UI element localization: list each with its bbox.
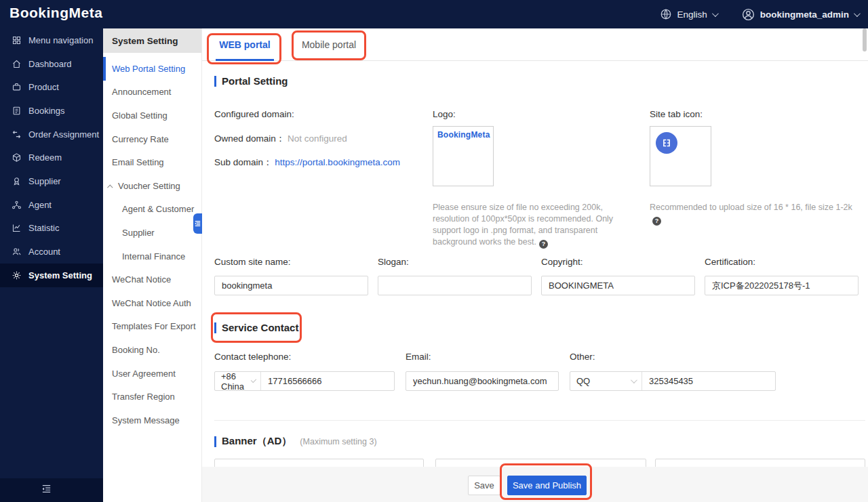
slogan-input[interactable] [378,276,532,295]
submenu-item-internal-finance[interactable]: Internal Finance [103,245,201,268]
chevron-down-icon [631,377,637,383]
other-value-input[interactable] [642,372,775,390]
telephone-group: +86 China [214,371,395,391]
section-accent-bar [214,322,216,333]
email-input[interactable] [406,371,559,391]
sidebar-item-supplier[interactable]: Supplier [0,169,103,193]
sidebar-item-menu-navigation[interactable]: Menu navigation [0,28,103,52]
username-menu[interactable]: bookingmeta_admin [760,9,849,20]
telephone-input[interactable] [261,372,394,390]
logo-preview: BookingMeta [437,130,490,140]
submenu-item-transfer-region[interactable]: Transfer Region [103,385,201,409]
site-tab-icon-upload-box[interactable] [650,126,711,186]
tab-mobile-portal[interactable]: Mobile portal [295,28,363,60]
submenu-item-wechat-notice[interactable]: WeChat Notice [103,268,201,291]
contact-telephone-label: Contact telephone: [214,352,291,362]
save-button[interactable]: Save [468,476,500,495]
app-root: BookingMeta English bookingmeta_admin Me… [0,0,868,502]
gear-icon [11,270,22,280]
sidebar-item-redeem[interactable]: Redeem [0,146,103,169]
submenu-item-currency-rate[interactable]: Currency Rate [103,127,201,151]
owned-domain-row: Owned domain： Not configured [214,133,347,145]
submenu-item-system-message[interactable]: System Message [103,409,201,432]
tab-web-portal[interactable]: WEB portal [216,28,274,60]
active-tab-underline [216,59,274,61]
sidebar-item-label: Supplier [28,176,61,186]
submenu-title: System Setting [103,28,201,53]
icon-hint: Recommended to upload size of 16 * 16, f… [650,202,861,226]
banner-heading: Banner（AD） (Maximum setting 3) [214,435,377,448]
help-icon[interactable]: ? [652,217,661,226]
favicon-preview-icon [656,132,677,154]
sidebar-item-bookings[interactable]: Bookings [0,99,103,123]
home-icon [11,58,22,69]
collapse-submenu-handle[interactable] [193,213,202,234]
sidebar-item-label: Bookings [28,106,64,116]
country-code-select[interactable]: +86 China [215,372,261,390]
service-contact-heading: Service Contact [214,322,298,333]
logo-upload-box[interactable]: BookingMeta [433,126,494,186]
settings-submenu: System Setting Web Portal Setting Announ… [103,28,202,502]
section-accent-bar [214,436,216,447]
sidebar-item-order-assignment[interactable]: Order Assignment [0,123,103,146]
briefcase-icon [11,82,22,93]
submenu-item-global-setting[interactable]: Global Setting [103,104,201,127]
brand-logo: BookingMeta [9,5,102,21]
primary-sidebar: Menu navigation Dashboard Product Bookin… [0,28,103,502]
logo-hint: Please ensure size of file no exceeding … [433,202,639,249]
submenu-item-web-portal-setting[interactable]: Web Portal Setting [103,57,201,81]
users-icon [11,247,22,257]
medal-icon [11,175,22,186]
sub-domain-row: Sub domain： https://portal.bookingmeta.c… [214,156,400,169]
section-accent-bar [214,76,216,87]
owned-domain-value: Not configured [288,133,347,144]
other-group: QQ [570,371,776,391]
sidebar-item-agent[interactable]: Agent [0,193,103,217]
scrollbar-thumb[interactable] [863,28,867,51]
chart-line-icon [11,223,22,234]
configured-domain-label: Configured domain: [214,109,294,119]
sub-domain-link[interactable]: https://portal.bookingmeta.com [275,157,400,167]
collapse-sidebar-icon[interactable] [41,483,52,497]
sidebar-item-label: Dashboard [28,59,72,69]
save-and-publish-button[interactable]: Save and Publish [507,476,587,495]
chevron-up-icon [107,184,113,190]
user-avatar-icon [741,7,755,22]
sidebar-item-product[interactable]: Product [0,75,103,99]
certification-input[interactable] [705,276,859,295]
submenu-item-announcement[interactable]: Announcement [103,81,201,104]
sidebar-item-label: Agent [28,200,52,210]
submenu-item-user-agreement[interactable]: User Agreement [103,362,201,385]
sidebar-item-label: System Setting [28,270,92,280]
main-content: WEB portal Mobile portal Portal Setting … [202,28,868,502]
sidebar-footer [0,478,103,502]
logo-label: Logo: [433,109,456,119]
other-label: Other: [570,352,595,362]
sidebar-item-label: Order Assignment [28,129,99,140]
site-tab-icon-label: Site tab icon: [650,109,703,119]
sidebar-item-dashboard[interactable]: Dashboard [0,52,103,76]
sidebar-item-account[interactable]: Account [0,240,103,264]
custom-site-name-label: Custom site name: [214,257,291,267]
submenu-item-email-setting[interactable]: Email Setting [103,150,201,174]
submenu-item-templates-for-export[interactable]: Templates For Export [103,315,201,339]
sidebar-item-label: Statistic [28,223,60,233]
custom-site-name-input[interactable] [214,276,368,295]
submenu-group-voucher-setting[interactable]: Voucher Setting [103,174,201,198]
submenu-item-agent-customer[interactable]: Agent & Customer [103,198,201,222]
sidebar-item-system-setting[interactable]: System Setting [0,264,103,287]
portal-setting-heading: Portal Setting [214,75,288,87]
chevron-down-icon [854,10,861,17]
chevron-down-icon [712,10,719,17]
other-type-select[interactable]: QQ [570,372,642,390]
action-bar: Save Save and Publish [202,467,868,502]
submenu-item-booking-no[interactable]: Booking No. [103,338,201,362]
sidebar-item-statistic[interactable]: Statistic [0,217,103,240]
email-label: Email: [406,352,431,362]
chevron-down-icon [250,377,256,383]
language-selector[interactable]: English [677,9,707,20]
copyright-input[interactable] [541,276,695,295]
submenu-item-wechat-notice-auth[interactable]: WeChat Notice Auth [103,291,201,315]
help-icon[interactable]: ? [539,240,548,249]
submenu-item-supplier[interactable]: Supplier [103,221,201,245]
